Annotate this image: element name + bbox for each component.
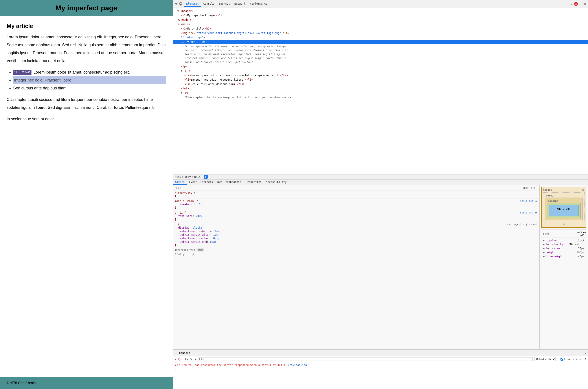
tab-sources[interactable]: Sources <box>217 1 232 7</box>
css-source-link[interactable]: style.css:52 <box>520 199 538 203</box>
show-all-label: Show all <box>577 231 586 237</box>
svg-point-3 <box>176 353 176 353</box>
css-source-link[interactable]: style.css:56 <box>520 211 538 214</box>
levels-arrow[interactable]: ▼ <box>558 358 559 360</box>
css-selector[interactable]: main p, main li { <box>175 199 202 203</box>
console-prompt-line: > <box>175 367 586 371</box>
error-resource-link[interactable]: /favicon.ico <box>288 363 307 366</box>
more-tabs-icon[interactable]: » <box>571 2 573 6</box>
styles-filter-input[interactable] <box>175 187 522 190</box>
css-source-user-agent: user agent stylesheet <box>507 223 538 226</box>
devtools-topbar-right: » 1 ⋮ ✕ <box>571 2 586 6</box>
dom-line[interactable]: </ul> <box>173 86 588 91</box>
css-property: -webkit-margin-start: 0px; <box>175 237 538 240</box>
dom-line[interactable]: <li>Lorem ipsum dolor sit amet, consecte… <box>173 73 588 78</box>
expand-arrow-display[interactable]: ▶ <box>543 239 545 242</box>
dom-line[interactable]: <h1>My imperfect page</h1> <box>173 13 588 18</box>
dom-line[interactable]: "Class aptent taciti sociosqu ad litora … <box>173 95 588 99</box>
breadcrumb-main[interactable]: main <box>194 175 200 178</box>
tab-event-listeners[interactable]: Event Listeners <box>187 180 215 185</box>
dom-line[interactable]: ▼ <p> <box>173 91 588 95</box>
css-rule-close: } <box>175 194 538 197</box>
computed-filter-bar: Show all <box>541 229 586 238</box>
dom-line[interactable]: </p> <box>173 64 588 69</box>
expand-arrow-line-height[interactable]: ▶ <box>543 255 545 258</box>
styles-content: :hov .cls + element.style { } main p, ma… <box>173 185 588 350</box>
breadcrumb: html › body › main › p <box>173 174 588 180</box>
expand-arrow-height[interactable]: ▶ <box>543 251 545 254</box>
expand-arrow-font-family[interactable]: ▶ <box>543 243 545 246</box>
css-rule-p-user-agent: p { user agent stylesheet display: block… <box>173 222 539 248</box>
dom-line[interactable]: "firefox logo"> <box>173 35 588 40</box>
default-levels-select[interactable]: Default levels <box>534 357 556 361</box>
css-selector[interactable]: element.style { <box>175 192 538 194</box>
css-selector[interactable]: p, li { <box>175 211 186 214</box>
article-list: li 872×40 Lorem ipsum dolor sit amet, co… <box>13 68 166 92</box>
console-settings-icon[interactable]: ⚙ <box>585 357 586 360</box>
box-model-panel: margin 20 border - padding - <box>540 185 588 350</box>
console-toolbar: ▶ 🚫 top ▼ Default levels ▼ Group similar… <box>173 357 588 362</box>
tab-styles[interactable]: Styles <box>173 180 187 185</box>
computed-prop-font-family: ▶ font-family "Helvet... <box>541 243 586 247</box>
dom-line[interactable]: <img src="https://mdn.mozillademos.org/f… <box>173 31 588 35</box>
css-rule-inherited: html { ... } <box>173 252 539 257</box>
add-style-button[interactable]: + <box>536 187 538 190</box>
dom-line-selected[interactable]: ... ▼ <p> == $0 <box>173 40 588 44</box>
close-devtools-button[interactable]: ✕ <box>584 2 586 6</box>
list-item-2-selected: Integer nec odio. Praesent libero. <box>13 76 166 84</box>
dom-line[interactable]: <li>Integer nec odio. Praesent libero.</… <box>173 78 588 82</box>
console-context-arrow[interactable]: ▼ <box>195 358 196 360</box>
box-model-margin: border - padding - 912 × 200 - <box>543 192 585 222</box>
computed-filter-input[interactable] <box>543 232 576 235</box>
hov-button[interactable]: :hov <box>523 187 529 190</box>
cls-button[interactable]: .cls <box>530 187 535 190</box>
breadcrumb-html[interactable]: html <box>175 175 181 178</box>
page-content: My article Lorem ipsum dolor sit amet, c… <box>0 16 173 377</box>
css-property: -webkit-margin-end: 0px; <box>175 240 538 244</box>
group-similar-checkbox[interactable] <box>560 358 563 360</box>
inspect-icon[interactable] <box>175 2 178 5</box>
tab-performance[interactable]: Performance <box>248 1 270 7</box>
dom-tree-panel: ▼ <header> <h1>My imperfect page</h1> </… <box>173 8 588 174</box>
device-icon[interactable] <box>179 2 182 5</box>
css-selector[interactable]: p { <box>175 223 180 226</box>
computed-prop-font-size: ▶ font-size 20px <box>541 247 586 251</box>
tab-accessibility[interactable]: Accessibility <box>264 180 289 185</box>
computed-prop-display: ▶ display block <box>541 239 586 243</box>
console-close-button[interactable]: ✕ <box>585 351 586 355</box>
prompt-arrow-icon: > <box>175 368 176 371</box>
tab-properties[interactable]: Properties <box>243 180 264 185</box>
dom-line[interactable]: ▼ <main> <box>173 22 588 27</box>
list-item-3: Sed cursus ante dapibus diam. <box>13 84 166 92</box>
inherited-from-label: Inherited from html <box>173 248 539 252</box>
tab-network[interactable]: Network <box>232 1 248 7</box>
console-options-icon[interactable] <box>175 352 177 355</box>
dom-line[interactable]: "Lorem ipsum dolor sit amet, consectetur… <box>173 44 292 64</box>
css-rules-panel: :hov .cls + element.style { } main p, ma… <box>173 185 540 350</box>
breadcrumb-p[interactable]: p <box>204 175 207 179</box>
devtools-icons <box>175 2 182 5</box>
tab-console[interactable]: Console <box>201 1 217 7</box>
dom-line[interactable]: </header> <box>173 18 588 22</box>
computed-prop-height: ▶ height 200px <box>541 251 586 255</box>
inherited-from-tag[interactable]: html <box>196 248 204 252</box>
breadcrumb-body[interactable]: body <box>184 175 191 178</box>
tab-dom-breakpoints[interactable]: DOM Breakpoints <box>215 180 243 185</box>
dom-line[interactable]: <li>Sed cursus ante dapibus diam.</li> <box>173 82 588 86</box>
console-filter-input[interactable] <box>198 357 532 361</box>
devtools-topbar: Elements Console Sources Network Perform… <box>173 0 588 8</box>
svg-rect-1 <box>180 5 181 5</box>
kebab-menu-icon[interactable]: ⋮ <box>579 2 583 6</box>
dom-line[interactable]: ▼ <header> <box>173 9 588 13</box>
expand-arrow-font-size[interactable]: ▶ <box>543 247 545 250</box>
console-clear-button[interactable]: 🚫 <box>178 357 181 360</box>
dom-line[interactable]: <h2>My article</h2> <box>173 27 588 31</box>
show-all-checkbox[interactable] <box>577 232 580 235</box>
console-play-button[interactable]: ▶ <box>175 357 176 360</box>
console-panel: Console ✕ ▶ 🚫 top ▼ Default levels ▼ Gro… <box>173 349 588 389</box>
dom-line[interactable]: ▼ <ul> <box>173 69 588 73</box>
tab-elements[interactable]: Elements <box>184 1 201 7</box>
css-rule-element-style: element.style { } <box>173 191 539 199</box>
console-context-select[interactable]: top <box>183 357 193 361</box>
padding-value: - <box>578 199 580 202</box>
